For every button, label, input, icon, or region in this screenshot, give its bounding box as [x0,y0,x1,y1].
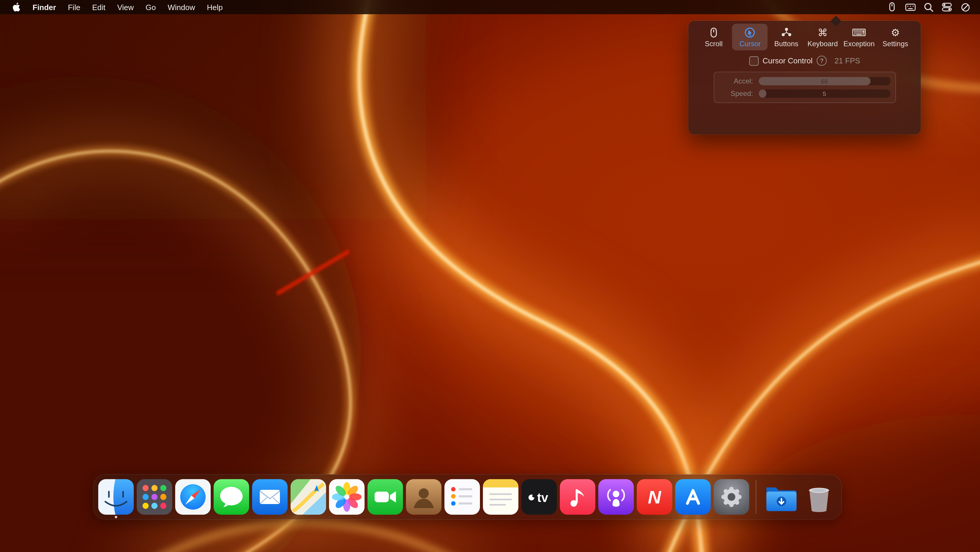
menu-app-name[interactable]: Finder [27,3,62,11]
news-icon: N [637,479,672,515]
dock-item-music[interactable] [560,479,595,515]
dock-item-system-settings[interactable] [714,479,749,515]
keyboard-glyph-icon: ⌨ [852,26,866,39]
dock: tv [94,474,842,519]
podcasts-icon [598,479,634,515]
trash-icon [801,479,837,515]
dock-item-trash[interactable] [801,479,837,515]
cursor-settings-group: Accel: 68 Speed: 5 [713,72,896,103]
dock-item-app-store[interactable] [675,479,711,515]
command-key-icon: ⌘ [818,26,827,39]
menu-bar-left: Finder File Edit View Go Window Help [0,0,229,14]
dock-item-podcasts[interactable] [598,479,634,515]
menu-item-view[interactable]: View [111,3,140,11]
music-note-icon [560,479,595,515]
accel-row: Accel: 68 [719,77,890,85]
accel-value: 68 [758,77,890,85]
photos-pinwheel-icon [329,479,364,515]
dock-item-news[interactable]: N [637,479,672,515]
menu-item-help[interactable]: Help [201,3,229,11]
dock-separator [756,480,756,514]
system-settings-gear-icon [714,479,749,515]
dock-item-contacts[interactable] [406,479,441,515]
notes-icon [483,479,519,515]
tab-cursor[interactable]: Cursor [732,24,768,50]
tab-cursor-label: Cursor [740,40,761,48]
speed-slider[interactable]: 5 [758,89,890,98]
svg-text:tv: tv [537,491,548,505]
downloads-folder-icon [763,479,798,515]
finder-running-indicator [115,516,117,518]
gear-icon: ⚙ [891,26,900,39]
mouse-settings-popover: Scroll Cursor Buttons ⌘ Keyboard ⌨ Exc [688,21,921,134]
tab-scroll-label: Scroll [705,40,722,48]
app-store-icon [675,479,711,515]
speed-row: Speed: 5 [719,89,890,98]
menu-item-edit[interactable]: Edit [86,3,111,11]
dock-item-facetime[interactable] [368,479,403,515]
dock-item-messages[interactable] [214,479,249,515]
spotlight-search-icon[interactable] [922,1,935,14]
messages-icon [214,479,249,515]
dock-item-finder[interactable] [98,479,134,515]
speed-value: 5 [758,89,890,98]
dock-item-mail[interactable] [252,479,288,515]
apple-tv-icon: tv [521,479,557,515]
dock-item-downloads[interactable] [763,479,798,515]
menu-bar: Finder File Edit View Go Window Help [0,0,980,14]
tab-buttons[interactable]: Buttons [769,24,804,50]
apple-menu[interactable] [6,0,27,14]
cursor-click-icon [744,26,756,39]
menu-bar-status-area [885,0,980,14]
tab-settings[interactable]: ⚙ Settings [878,24,913,50]
tab-scroll[interactable]: Scroll [696,24,732,50]
dock-item-launchpad[interactable] [137,479,172,515]
fps-value: 21 FPS [834,56,860,65]
maps-icon [291,479,326,515]
tab-settings-label: Settings [883,40,908,48]
finder-icon [98,479,134,515]
cursor-control-label: Cursor Control [762,56,813,65]
accel-label: Accel: [719,77,753,85]
menu-item-go[interactable]: Go [140,3,162,11]
speed-label: Speed: [719,89,753,98]
menu-item-window[interactable]: Window [162,3,201,11]
reminders-icon [444,479,480,515]
dock-item-photos[interactable] [329,479,364,515]
cursor-control-row: Cursor Control ? 21 FPS [688,56,921,66]
desktop: Finder File Edit View Go Window Help [0,0,980,552]
tab-keyboard[interactable]: ⌘ Keyboard [805,24,840,50]
tab-exception[interactable]: ⌨ Exception [841,24,877,50]
mouse-status-icon[interactable] [885,1,898,14]
menu-item-file[interactable]: File [62,3,86,11]
mail-icon [252,479,288,515]
scroll-mouse-icon [708,26,720,39]
launchpad-icon [137,479,172,515]
dock-item-tv[interactable]: tv [521,479,557,515]
popover-tab-bar: Scroll Cursor Buttons ⌘ Keyboard ⌨ Exc [688,21,921,50]
contacts-icon [406,479,441,515]
tab-exception-label: Exception [843,40,874,48]
tab-buttons-label: Buttons [774,40,798,48]
apple-logo-icon [13,2,20,12]
keyboard-status-icon[interactable] [904,1,917,14]
dock-item-maps[interactable] [291,479,326,515]
control-center-icon[interactable] [940,1,953,14]
circle-slash-icon[interactable] [959,1,972,14]
help-icon[interactable]: ? [817,56,827,66]
dock-item-safari[interactable] [175,479,211,515]
dock-item-notes[interactable] [483,479,519,515]
accel-slider[interactable]: 68 [758,77,890,85]
mouse-buttons-icon [781,26,792,39]
safari-compass-icon [175,479,211,515]
dock-item-reminders[interactable] [444,479,480,515]
facetime-icon [368,479,403,515]
svg-text:N: N [648,487,662,507]
cursor-control-checkbox[interactable] [749,56,758,65]
tab-keyboard-label: Keyboard [808,40,838,48]
